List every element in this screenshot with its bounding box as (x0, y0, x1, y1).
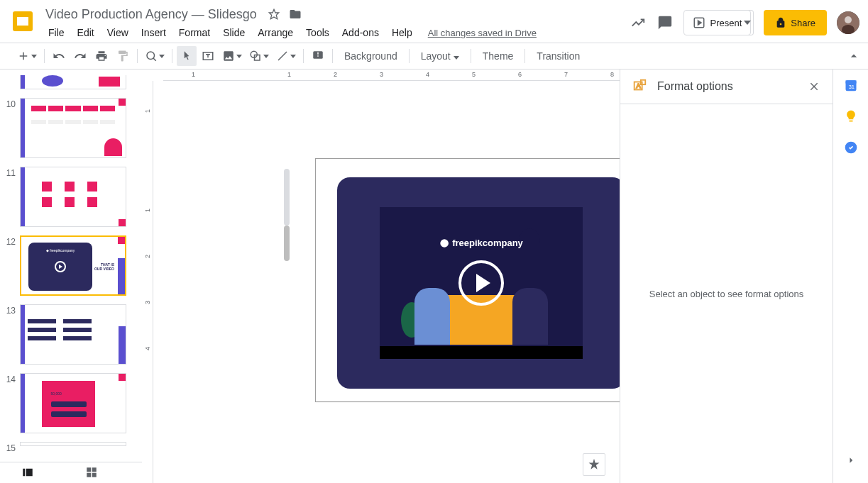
format-panel-title: Format options (657, 80, 798, 93)
app-header: Video Production Agency — Slidesgo File … (0, 0, 868, 43)
scrollbar-thumb[interactable] (284, 226, 290, 261)
drive-save-status[interactable]: All changes saved in Drive (428, 28, 537, 38)
svg-point-24 (440, 239, 449, 248)
transition-button[interactable]: Transition (529, 48, 587, 65)
menu-insert[interactable]: Insert (136, 24, 172, 41)
side-panel-rail: 31 (833, 70, 868, 483)
horizontal-ruler: 1 1 2 3 4 5 6 7 8 9 (163, 70, 620, 81)
select-tool[interactable] (177, 46, 197, 66)
theme-button[interactable]: Theme (476, 48, 521, 65)
svg-line-11 (153, 58, 156, 61)
new-slide-button[interactable] (14, 46, 40, 66)
slide-thumb-15[interactable] (20, 442, 126, 446)
svg-point-10 (147, 52, 155, 60)
slide-thumb-14[interactable]: 50,000 (20, 373, 126, 433)
svg-marker-19 (263, 55, 269, 58)
thumb-num: 10 (3, 98, 20, 109)
thumb-num: 15 (3, 442, 20, 453)
star-icon[interactable] (267, 7, 281, 21)
menu-slide[interactable]: Slide (217, 24, 251, 41)
line-tool[interactable] (273, 46, 299, 66)
grid-view-icon[interactable] (85, 466, 99, 480)
svg-line-20 (278, 52, 287, 60)
thumb-num: 11 (3, 167, 20, 178)
toolbar: Background Layout Theme Transition (0, 43, 868, 70)
image-tool[interactable] (219, 46, 245, 66)
slide-video-element[interactable]: freepikcompany (337, 177, 620, 389)
slide-thumb-9[interactable] (20, 75, 126, 89)
video-brand-text: freepikcompany (439, 238, 523, 248)
layout-button[interactable]: Layout (414, 48, 466, 65)
thumb-num: 14 (3, 373, 20, 384)
slide-thumb-10[interactable] (20, 98, 126, 158)
zoom-button[interactable] (142, 46, 167, 66)
menu-edit[interactable]: Edit (72, 24, 100, 41)
menu-arrange[interactable]: Arrange (252, 24, 299, 41)
menu-addons[interactable]: Add-ons (336, 24, 385, 41)
tasks-icon[interactable] (844, 140, 858, 155)
explore-button[interactable] (583, 453, 605, 476)
slides-logo[interactable] (9, 7, 37, 35)
filmstrip-view-icon[interactable] (21, 466, 35, 480)
menu-view[interactable]: View (101, 24, 134, 41)
svg-text:31: 31 (848, 84, 854, 90)
print-button[interactable] (92, 46, 111, 66)
svg-marker-4 (698, 21, 702, 25)
svg-rect-34 (23, 468, 25, 476)
format-panel-placeholder: Select an object to see format options (620, 104, 833, 483)
svg-marker-9 (31, 55, 37, 58)
slide-thumb-12-selected[interactable]: ◆ freepikcompany THAT ISOUR VIDEO (20, 235, 126, 296)
current-slide[interactable]: freepikcompany THAT IS OUR VIDEO (315, 158, 620, 402)
svg-marker-5 (744, 21, 751, 25)
calendar-icon[interactable]: 31 (844, 78, 858, 92)
menu-tools[interactable]: Tools (300, 24, 335, 41)
menu-bar: File Edit View Insert Format Slide Arran… (43, 24, 630, 41)
slide-thumb-11[interactable] (20, 167, 126, 227)
main-area: 10 11 12 ◆ freepikcompany THAT ISOUR VID… (0, 70, 868, 483)
slide-canvas-area[interactable]: 1 1 2 3 4 5 6 7 8 9 1 1 2 3 4 (142, 70, 620, 483)
background-button[interactable]: Background (337, 48, 405, 65)
menu-file[interactable]: File (43, 24, 70, 41)
svg-rect-36 (87, 467, 91, 472)
format-options-panel: A Format options Select an object to see… (620, 70, 833, 483)
collapse-toolbar-icon[interactable] (847, 49, 861, 65)
comment-tool[interactable] (308, 46, 328, 66)
keep-icon[interactable] (844, 109, 858, 123)
menu-format[interactable]: Format (173, 24, 216, 41)
document-title[interactable]: Video Production Agency — Slidesgo (43, 6, 260, 23)
comments-icon[interactable] (657, 14, 674, 31)
undo-button[interactable] (49, 46, 69, 66)
close-icon[interactable] (807, 79, 821, 94)
expand-side-panel-icon[interactable] (842, 452, 859, 469)
scrollbar[interactable] (284, 169, 290, 226)
svg-rect-37 (92, 467, 97, 472)
present-dropdown[interactable] (741, 10, 754, 35)
shape-tool[interactable] (246, 46, 272, 66)
thumb-num: 12 (3, 235, 20, 247)
paint-format-button[interactable] (113, 46, 133, 66)
slide-filmstrip[interactable]: 10 11 12 ◆ freepikcompany THAT ISOUR VID… (0, 70, 142, 483)
svg-marker-16 (236, 55, 242, 58)
svg-marker-21 (290, 55, 296, 58)
svg-rect-1 (17, 17, 28, 26)
filmstrip-view-bar (0, 462, 142, 483)
thumb-num: 13 (3, 304, 20, 316)
activity-icon[interactable] (630, 14, 647, 31)
folder-icon[interactable] (288, 7, 302, 21)
share-label: Share (791, 18, 815, 28)
svg-point-7 (845, 16, 852, 23)
present-label: Present (710, 18, 742, 28)
svg-rect-35 (26, 468, 33, 476)
textbox-tool[interactable] (198, 46, 218, 66)
svg-rect-31 (845, 80, 856, 83)
share-button[interactable]: Share (764, 10, 827, 35)
user-avatar[interactable] (837, 11, 859, 34)
svg-marker-2 (269, 9, 278, 18)
slide-thumb-13[interactable] (20, 304, 126, 365)
svg-rect-38 (87, 472, 91, 477)
play-icon[interactable] (458, 260, 504, 306)
svg-marker-23 (454, 56, 459, 60)
menu-help[interactable]: Help (386, 24, 418, 41)
redo-button[interactable] (70, 46, 90, 66)
vertical-ruler: 1 1 2 3 4 (142, 81, 153, 483)
